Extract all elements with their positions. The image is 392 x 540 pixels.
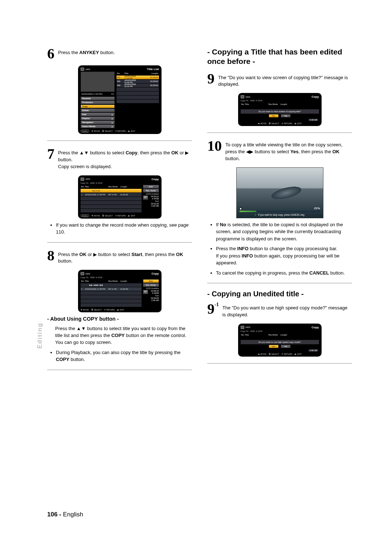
step-9: 9 The "Do you want to view screen of cop… [207, 72, 352, 88]
exit-hint: ⏏ EXIT [294, 353, 302, 355]
select-hint: ⦿ SELECT [269, 122, 279, 125]
progress-percent: 21% [314, 207, 320, 210]
total-label: Total [143, 200, 159, 202]
device-label: HDD [86, 273, 90, 275]
device-label: HDD [246, 96, 250, 98]
osd-dialog-view: HDD Copy Copy To : HDD ➔ DVD No.TitleRec… [238, 93, 322, 126]
divider [207, 283, 352, 283]
exit-hint: ⏏ EXIT [294, 122, 302, 125]
menu-edit[interactable]: Edit▸ [81, 113, 115, 116]
step-number: 9-1 [207, 303, 219, 316]
up-down-icon: ▲▼ [77, 325, 86, 332]
preview-thumbnail [81, 72, 115, 92]
divider [47, 141, 192, 141]
dolphin-photo [258, 179, 306, 210]
select-hint: ⦿ SELECT [91, 309, 102, 311]
recmode-button[interactable]: Rec. Mode [143, 189, 159, 192]
left-column: 6 Press the ANYKEY button. HDD Title Lis… [47, 47, 192, 377]
menu-protection[interactable]: Protection [81, 101, 115, 104]
right-column: - Copying a Title that has been edited o… [207, 47, 352, 377]
device-label: HDD [246, 326, 250, 328]
move-hint: ◂▸ MOVE [258, 122, 266, 125]
total-label: Total [143, 295, 159, 297]
menu-delete[interactable]: Delete [81, 109, 115, 112]
start-button[interactable]: Start [143, 185, 159, 188]
recmode-button[interactable]: Rec. Mode [143, 283, 159, 287]
no-button[interactable]: No [281, 345, 290, 348]
title-row[interactable]: 003JAN/01/2006 23:15 PR00:30:00 [117, 84, 159, 87]
total-size: 0.06 GB [309, 119, 318, 121]
step-text: Press the ▲▼ buttons to select Copy, the… [58, 150, 192, 170]
title-row[interactable]: 002JAN/01/2006 21:00 PR01:00:00 [117, 80, 159, 83]
disk-icon [241, 95, 244, 98]
step-text: Press the OK or ▶ button to select Start… [58, 251, 192, 265]
divider [47, 242, 192, 243]
title-row[interactable]: 001JAN/01/2006 17:30 PR01:00:00 [117, 76, 159, 79]
yes-button[interactable]: Yes [269, 345, 278, 348]
return-hint: ↺ RETURN [104, 309, 115, 311]
no-button[interactable]: No [281, 114, 290, 117]
play-icon: ▶ [93, 251, 97, 258]
available-label: (DVD) Available [143, 193, 159, 195]
step-number: 7 [47, 147, 54, 161]
return-hint: ↺ RETURN [115, 215, 126, 217]
screen-title: Copy [312, 326, 319, 329]
sp-label: SP [143, 290, 148, 294]
step-text: To copy a title while viewing the title … [225, 142, 352, 162]
copy-progress-preview: 21% If you want to stop copy, press CANC… [236, 167, 323, 218]
about-copy-bullet: During Playback, you can also copy the t… [56, 349, 192, 363]
step-text: The "Do you want to view screen of copyi… [218, 74, 352, 88]
menu-copy[interactable]: Copy [81, 105, 115, 108]
yes-button[interactable]: Yes [269, 114, 278, 117]
about-copy-text: Press the ▲▼ buttons to select title you… [55, 325, 192, 346]
divider [207, 133, 352, 133]
sp-label: SP [143, 195, 148, 200]
return-hint: ↺ RETURN [115, 130, 126, 132]
dialog-question: Do you want to use high speed copy mode? [241, 340, 319, 344]
osd-copy-screen: HDD Copy Copy To : HDD ➔ DVD No.TitleRec… [78, 175, 162, 219]
osd-title-list: HDD Title List JAN/01/2006 17:30 PR11/3 … [78, 65, 162, 134]
play-icon: ▶ [185, 150, 189, 157]
title-row [117, 100, 159, 103]
bullet-cancel: To cancel the copying in progress, press… [216, 269, 352, 277]
step-number: 6 [47, 47, 54, 60]
section-heading-edited: - Copying a Title that has been edited o… [207, 47, 352, 66]
device-label: HDD [86, 68, 90, 70]
return-hint: ↺ RETURN [281, 353, 292, 355]
step-number: 10 [207, 139, 222, 153]
menu-navigation[interactable]: Navigation▸ [81, 121, 115, 124]
step-number: 9 [207, 72, 215, 85]
osd-marker-row: ▶▶ ■■■■ ◀◀ [81, 283, 142, 287]
move-hint: ✥ MOVE [81, 309, 89, 311]
osd-copy-start: HDD Copy Copy To : HDD ➔ DVD No.TitleRec… [78, 270, 162, 312]
available-label: (DVD) Available [143, 287, 159, 289]
copy-row[interactable]: 1JAN/01/2006 17:30 PRSP ➔ HS01:00:00 [81, 193, 142, 196]
dialog-question: Do you want to view screen of copying ti… [241, 109, 319, 114]
exit-hint: ⏏ EXIT [128, 130, 135, 132]
bullet-no: If No is selected, the title to be copie… [216, 221, 352, 243]
step7-note: If you want to change the record mode wh… [56, 222, 192, 236]
about-copy-heading: - About Using COPY button - [47, 316, 192, 322]
anykey-button-hint: Anykey [81, 130, 89, 133]
title-row [117, 92, 159, 95]
step-number: 8 [47, 249, 54, 262]
screen-title: Copy [152, 272, 159, 275]
screen-title: Title List [147, 68, 159, 71]
page-footer: 106 - English [47, 511, 83, 518]
menu-playlist[interactable]: Playlist▸ [81, 117, 115, 120]
add-list-row[interactable]: Add a list [81, 189, 142, 192]
step-6: 6 Press the ANYKEY button. [47, 47, 192, 60]
start-button[interactable]: Start [143, 279, 159, 283]
exit-hint: ⏏ EXIT [128, 215, 135, 217]
copy-row[interactable]: 1JAN/01/2006 17:30 PRSP ➔ HS01:00:00 [81, 287, 142, 291]
select-hint: ⦿ SELECT [102, 130, 113, 132]
select-hint: ⦿ SELECT [102, 215, 113, 217]
move-hint: ✥ MOVE [91, 215, 100, 217]
progress-bar [240, 211, 320, 212]
disk-icon [81, 272, 84, 275]
return-hint: ↺ RETURN [281, 122, 292, 125]
device-label: HDD [86, 178, 90, 180]
menu-select-media[interactable]: Select Media▸ [81, 125, 115, 128]
menu-rename[interactable]: Rename [81, 97, 115, 100]
divider [207, 363, 352, 364]
